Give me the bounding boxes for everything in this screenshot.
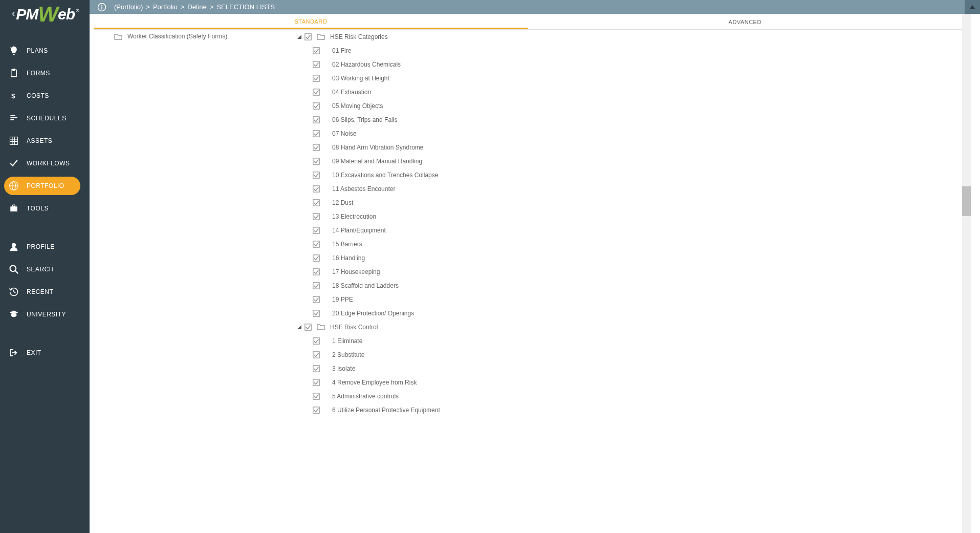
tree-item[interactable]: 09 Material and Manual Handling — [297, 154, 440, 168]
tree-item[interactable]: 3 Isolate — [297, 361, 440, 375]
sidebar-item-recent[interactable]: RECENT — [0, 281, 90, 303]
person-icon — [7, 242, 20, 252]
svg-marker-49 — [297, 325, 301, 329]
scroll-up-button[interactable] — [965, 0, 980, 14]
sidebar-item-profile[interactable]: PROFILE — [0, 236, 90, 258]
sidebar-item-university[interactable]: UNIVERSITY — [0, 303, 90, 326]
tree-item[interactable]: 20 Edge Protection/ Openings — [297, 306, 440, 320]
sidebar-item-label: SEARCH — [27, 266, 54, 273]
sidebar-item-label: ASSETS — [27, 137, 52, 144]
sidebar-item-label: SCHEDULES — [27, 115, 67, 122]
checkbox[interactable] — [313, 282, 320, 289]
tree-item[interactable]: 05 Moving Objects — [297, 99, 440, 113]
tree-item[interactable]: 19 PPE — [297, 292, 440, 306]
tree-item[interactable]: 4 Remove Employee from Risk — [297, 375, 440, 389]
collapse-icon[interactable] — [297, 325, 302, 329]
tree-item[interactable]: 11 Asbestos Encounter — [297, 182, 440, 196]
tree-item[interactable]: 1 Eliminate — [297, 334, 440, 348]
tree-item[interactable]: 5 Administrative controls — [297, 389, 440, 403]
tree-category-label: HSE Risk Categories — [330, 33, 388, 40]
tree-item[interactable]: 04 Exhaustion — [297, 85, 440, 99]
sidebar-item-label: WORKFLOWS — [27, 160, 70, 167]
sidebar-item-costs[interactable]: $COSTS — [0, 84, 90, 107]
tree-item[interactable]: 08 Hand Arm Vibration Syndrome — [297, 140, 440, 154]
tree-item[interactable]: 10 Excavations and Trenches Collapse — [297, 168, 440, 182]
checkbox[interactable] — [313, 172, 320, 179]
sidebar-item-assets[interactable]: ASSETS — [0, 130, 90, 152]
tree-node-worker-classification[interactable]: Worker Classification (Safety Forms) — [114, 30, 227, 43]
tree-item[interactable]: 03 Working at Height — [297, 71, 440, 85]
checkbox[interactable] — [313, 296, 320, 303]
svg-rect-9 — [10, 137, 18, 145]
svg-point-24 — [101, 5, 102, 6]
tab-advanced[interactable]: ADVANCED — [528, 15, 963, 29]
tree-item[interactable]: 18 Scaffold and Ladders — [297, 279, 440, 292]
checkbox[interactable] — [313, 130, 320, 137]
tree-item[interactable]: 16 Handling — [297, 251, 440, 265]
sidebar-item-schedules[interactable]: SCHEDULES — [0, 107, 90, 130]
checkbox[interactable] — [313, 116, 320, 123]
tree-category[interactable]: HSE Risk Categories — [297, 30, 440, 44]
checkbox[interactable] — [313, 241, 320, 248]
tree-item[interactable]: 06 Slips, Trips and Falls — [297, 113, 440, 126]
sidebar-item-search[interactable]: SEARCH — [0, 258, 90, 281]
bulb-icon — [7, 46, 20, 56]
checkbox[interactable] — [313, 185, 320, 193]
back-chevron-icon[interactable]: ‹ — [12, 8, 15, 19]
checkbox[interactable] — [313, 337, 320, 345]
tree-item[interactable]: 12 Dust — [297, 196, 440, 209]
checkbox[interactable] — [313, 310, 320, 317]
tree-item[interactable]: 01 Fire — [297, 44, 440, 57]
collapse-icon[interactable] — [297, 35, 302, 39]
clipboard-icon — [7, 68, 20, 78]
tree-item[interactable]: 02 Hazardous Chemicals — [297, 57, 440, 71]
tree-item-label: 3 Isolate — [332, 365, 355, 372]
sidebar-item-forms[interactable]: FORMS — [0, 62, 90, 84]
checkbox[interactable] — [313, 47, 320, 54]
svg-marker-27 — [297, 35, 301, 39]
checkbox[interactable] — [313, 75, 320, 82]
tree-item-label: 10 Excavations and Trenches Collapse — [332, 172, 438, 179]
checkbox[interactable] — [304, 33, 312, 40]
sidebar-item-portfolio[interactable]: PORTFOLIO — [0, 175, 90, 197]
sidebar-item-workflows[interactable]: WORKFLOWS — [0, 152, 90, 175]
tree-item[interactable]: 13 Electrocution — [297, 209, 440, 223]
checkbox[interactable] — [313, 227, 320, 234]
tree-item[interactable]: 07 Noise — [297, 126, 440, 140]
checkbox[interactable] — [313, 268, 320, 275]
sidebar-item-plans[interactable]: PLANS — [0, 39, 90, 62]
sidebar-item-tools[interactable]: TOOLS — [0, 197, 90, 220]
info-icon[interactable] — [97, 3, 106, 12]
tree-item[interactable]: 15 Barriers — [297, 237, 440, 251]
checkbox[interactable] — [313, 102, 320, 110]
tree-category[interactable]: HSE Risk Control — [297, 320, 440, 334]
tree-item[interactable]: 17 Housekeeping — [297, 265, 440, 279]
checkbox[interactable] — [313, 379, 320, 386]
checkbox[interactable] — [313, 199, 320, 206]
left-tree: Worker Classification (Safety Forms) — [114, 30, 227, 43]
tree-item[interactable]: 2 Substitute — [297, 348, 440, 361]
tree-item[interactable]: 6 Utilize Personal Protective Equipment — [297, 403, 440, 417]
svg-text:$: $ — [11, 92, 15, 100]
tree-item[interactable]: 14 Plant/Equipment — [297, 223, 440, 237]
checkbox[interactable] — [313, 144, 320, 151]
header-bar: (Portfolio) > Portfolio > Define > SELEC… — [0, 0, 980, 14]
checkbox[interactable] — [304, 324, 312, 331]
checkbox[interactable] — [313, 158, 320, 165]
svg-rect-4 — [13, 69, 15, 71]
scrollbar-thumb[interactable] — [962, 186, 971, 216]
checkbox[interactable] — [313, 61, 320, 68]
scrollbar-track[interactable] — [962, 14, 971, 533]
checkbox[interactable] — [313, 365, 320, 372]
tree-item-label: 04 Exhaustion — [332, 89, 371, 96]
sidebar-item-exit[interactable]: EXIT — [0, 342, 90, 364]
checkbox[interactable] — [313, 407, 320, 414]
tab-standard[interactable]: STANDARD — [94, 15, 528, 29]
checkbox[interactable] — [313, 254, 320, 262]
logo[interactable]: ‹ PMWeb® — [0, 0, 90, 27]
checkbox[interactable] — [313, 213, 320, 220]
checkbox[interactable] — [313, 351, 320, 358]
breadcrumb-root[interactable]: (Portfolio) — [114, 3, 143, 11]
checkbox[interactable] — [313, 89, 320, 96]
checkbox[interactable] — [313, 393, 320, 400]
